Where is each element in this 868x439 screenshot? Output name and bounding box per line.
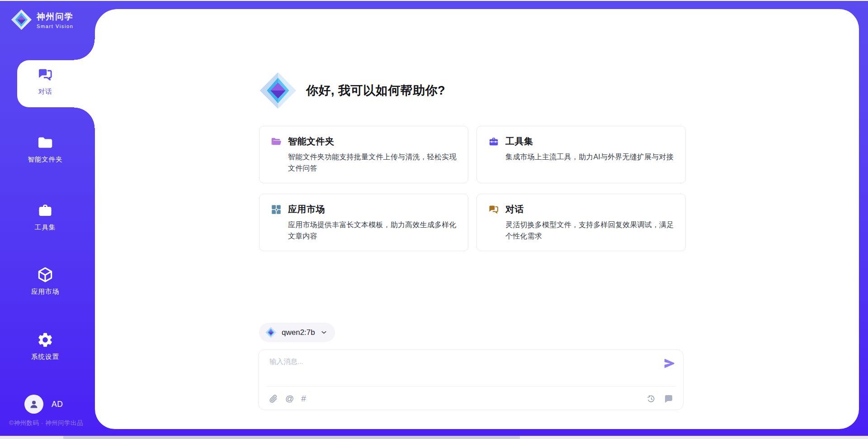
brand-subtitle: Smart Vision [37, 24, 74, 29]
toolbox-icon [37, 202, 54, 219]
horizontal-scrollbar-thumb[interactable] [63, 436, 520, 439]
card-smart-folders[interactable]: 智能文件夹 智能文件夹功能支持批量文件上传与清洗，轻松实现文件问答 [259, 126, 468, 183]
cube-icon [37, 266, 54, 283]
sidebar-item-toolset[interactable]: 工具集 [0, 202, 90, 232]
history-button[interactable] [646, 394, 656, 404]
avatar [24, 395, 43, 414]
card-title: 智能文件夹 [288, 135, 335, 148]
send-icon [663, 357, 676, 370]
card-toolset[interactable]: 工具集 集成市场上主流工具，助力AI与外界无缝扩展与对接 [476, 126, 686, 183]
card-description: 集成市场上主流工具，助力AI与外界无缝扩展与对接 [505, 152, 675, 163]
message-input[interactable] [269, 356, 659, 384]
card-app-market[interactable]: 应用市场 应用市场提供丰富长文本模板，助力高效生成多样化文章内容 [259, 194, 468, 251]
greeting-title: 你好, 我可以如何帮助你? [306, 82, 445, 99]
folder-icon [37, 134, 54, 151]
tab-scoop-top [74, 39, 95, 60]
composer-left-tools: @ # [269, 394, 306, 404]
tab-scoop-bottom [74, 107, 95, 128]
person-icon [28, 399, 39, 410]
user-account-button[interactable]: AD [24, 395, 63, 414]
chat-bubble-icon [663, 393, 674, 404]
send-button[interactable] [663, 357, 676, 370]
attach-file-button[interactable] [269, 394, 278, 404]
sidebar-item-settings[interactable]: 系统设置 [0, 331, 90, 361]
sidebar-item-label: 对话 [38, 87, 52, 96]
app-window: 神州问学 Smart Vision 对话 智能文件夹 工具集 应用市场 [0, 0, 868, 439]
chevron-down-icon [320, 329, 328, 336]
sidebar-item-folders[interactable]: 智能文件夹 [0, 134, 90, 164]
card-chat[interactable]: 对话 灵活切换多模型文件，支持多样回复效果调试，满足个性化需求 [476, 194, 686, 251]
model-name: qwen2:7b [282, 328, 315, 337]
history-icon [646, 394, 656, 404]
card-title: 对话 [505, 203, 524, 215]
model-selector[interactable]: qwen2:7b [259, 323, 335, 342]
sidebar-item-label: 应用市场 [31, 287, 59, 296]
composer-right-tools [646, 393, 674, 404]
topic-button[interactable]: # [301, 394, 306, 404]
folder-icon [270, 136, 282, 148]
brand-name: 神州问学 [37, 11, 74, 22]
card-description: 灵活切换多模型文件，支持多样回复效果调试，满足个性化需求 [505, 220, 675, 242]
hash-icon: # [301, 394, 306, 404]
sidebar-item-label: 工具集 [35, 223, 56, 232]
diamond-logo-icon [259, 72, 297, 110]
copyright-text: ©神州数码 · 神州问学出品 [9, 419, 83, 427]
card-title: 应用市场 [288, 203, 325, 215]
new-chat-button[interactable] [663, 393, 674, 404]
card-title: 工具集 [505, 135, 533, 148]
brand-logo: 神州问学 Smart Vision [11, 9, 74, 30]
message-composer: @ # [258, 349, 684, 410]
feature-cards-grid: 智能文件夹 智能文件夹功能支持批量文件上传与清洗，轻松实现文件问答 工具集 集成… [259, 126, 686, 251]
card-description: 应用市场提供丰富长文本模板，助力高效生成多样化文章内容 [288, 220, 457, 242]
sidebar-item-label: 智能文件夹 [28, 155, 63, 164]
composer-toolbar: @ # [269, 391, 674, 406]
toolbox-icon [488, 136, 500, 148]
chat-icon [37, 66, 54, 83]
at-icon: @ [285, 394, 294, 404]
horizontal-scrollbar-track [0, 436, 868, 439]
chat-icon [488, 204, 500, 215]
sidebar-item-label: 系统设置 [31, 353, 59, 361]
user-name: AD [52, 400, 63, 409]
diamond-logo-icon [265, 327, 277, 338]
appgrid-icon [270, 204, 282, 215]
sidebar-item-chat[interactable]: 对话 [0, 66, 90, 96]
card-description: 智能文件夹功能支持批量文件上传与清洗，轻松实现文件问答 [288, 152, 457, 174]
diamond-logo-icon [11, 9, 32, 30]
gear-icon [37, 331, 54, 348]
sidebar-item-app-market[interactable]: 应用市场 [0, 266, 90, 296]
greeting-header: 你好, 我可以如何帮助你? [259, 72, 445, 110]
paperclip-icon [269, 394, 278, 404]
composer-divider [267, 386, 675, 387]
mention-button[interactable]: @ [285, 394, 294, 404]
